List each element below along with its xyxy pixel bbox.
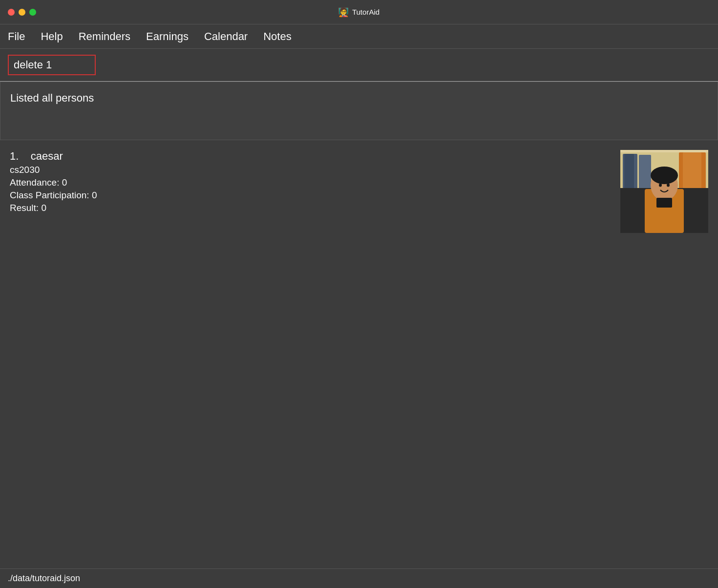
status-bar: ./data/tutoraid.json [0, 568, 718, 588]
svg-rect-4 [624, 154, 634, 189]
maximize-button[interactable] [29, 9, 36, 16]
person-photo-svg [620, 150, 708, 233]
menu-item-help[interactable]: Help [41, 28, 63, 45]
photo-bg [620, 150, 708, 233]
app-title-container: 🧑‍🏫 TutorAid [338, 7, 380, 17]
window-controls [8, 9, 36, 16]
app-title: TutorAid [352, 8, 380, 16]
close-button[interactable] [8, 9, 15, 16]
person-photo [620, 150, 708, 233]
person-index: 1. [10, 150, 19, 162]
title-bar: 🧑‍🏫 TutorAid [0, 0, 718, 24]
app-icon: 🧑‍🏫 [338, 7, 348, 17]
minimize-button[interactable] [19, 9, 25, 16]
svg-point-11 [651, 167, 678, 184]
output-area: Listed all persons [0, 82, 718, 140]
person-entry: 1. caesar cs2030 Attendance: 0 Class Par… [10, 150, 708, 233]
person-participation: Class Participation: 0 [10, 190, 97, 201]
person-name-line: 1. caesar [10, 150, 97, 163]
person-list: 1. caesar cs2030 Attendance: 0 Class Par… [0, 140, 718, 243]
person-attendance: Attendance: 0 [10, 177, 97, 188]
command-input[interactable]: delete 1 [8, 55, 96, 75]
menu-item-reminders[interactable]: Reminders [79, 28, 130, 45]
menu-bar: File Help Reminders Earnings Calendar No… [0, 24, 718, 49]
menu-item-calendar[interactable]: Calendar [204, 28, 248, 45]
svg-rect-7 [683, 152, 701, 191]
status-path: ./data/tutoraid.json [8, 573, 80, 584]
command-area: delete 1 [0, 49, 718, 82]
menu-item-notes[interactable]: Notes [263, 28, 291, 45]
person-details: 1. caesar cs2030 Attendance: 0 Class Par… [10, 150, 97, 213]
person-name: caesar [31, 150, 63, 162]
svg-point-13 [667, 184, 670, 187]
svg-rect-14 [656, 198, 672, 208]
output-text: Listed all persons [10, 92, 708, 105]
menu-item-earnings[interactable]: Earnings [146, 28, 189, 45]
person-course: cs2030 [10, 165, 97, 175]
person-result: Result: 0 [10, 203, 97, 213]
svg-rect-5 [639, 155, 651, 189]
svg-point-12 [659, 184, 662, 187]
menu-item-file[interactable]: File [8, 28, 25, 45]
